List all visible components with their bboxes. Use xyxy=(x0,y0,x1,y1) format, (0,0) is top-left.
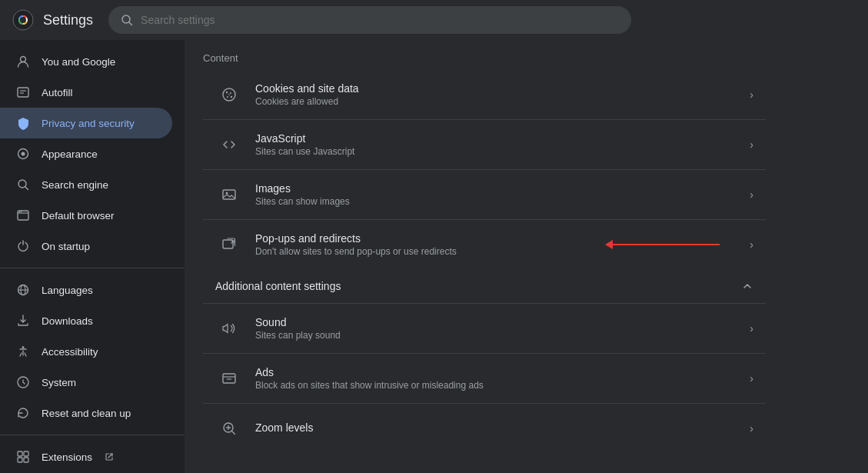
chevron-right-icon: › xyxy=(750,322,753,335)
settings-item-zoom-title: Zoom levels xyxy=(255,421,737,434)
image-icon xyxy=(215,181,243,208)
settings-item-javascript-title: JavaScript xyxy=(255,132,737,145)
settings-item-cookies-text: Cookies and site data Cookies are allowe… xyxy=(255,82,737,107)
settings-item-sound-subtitle: Sites can play sound xyxy=(255,330,737,341)
zoom-icon xyxy=(215,415,243,442)
sidebar-label-privacy-and-security: Privacy and security xyxy=(42,118,135,129)
chrome-logo-icon xyxy=(12,9,34,31)
sidebar-divider-2 xyxy=(0,435,185,435)
settings-item-zoom[interactable]: Zoom levels › xyxy=(203,404,766,453)
content-settings-list: Cookies and site data Cookies are allowe… xyxy=(203,70,766,269)
chevron-up-icon xyxy=(741,280,753,292)
sidebar-item-extensions[interactable]: Extensions xyxy=(0,441,172,472)
sidebar-item-downloads[interactable]: Downloads xyxy=(0,305,172,336)
sidebar-label-you-and-google: You and Google xyxy=(42,56,115,68)
svg-point-31 xyxy=(228,94,230,95)
globe-icon xyxy=(15,282,31,298)
code-icon xyxy=(215,131,243,158)
settings-item-images-subtitle: Sites can show images xyxy=(255,196,737,207)
person-icon xyxy=(15,54,31,69)
chevron-right-icon: › xyxy=(750,188,753,201)
sidebar-item-privacy-and-security[interactable]: Privacy and security xyxy=(0,108,172,138)
search-bar[interactable] xyxy=(108,6,631,34)
red-arrow-annotation xyxy=(605,240,720,249)
svg-line-12 xyxy=(25,187,28,190)
svg-rect-21 xyxy=(18,451,22,456)
shield-icon xyxy=(15,115,31,131)
chevron-right-icon: › xyxy=(750,422,753,435)
sidebar-item-accessibility[interactable]: Accessibility xyxy=(0,336,172,367)
settings-item-popups-text: Pop-ups and redirects Don't allow sites … xyxy=(255,232,622,257)
sidebar-label-on-startup: On startup xyxy=(42,241,90,252)
settings-item-sound-text: Sound Sites can play sound xyxy=(255,316,737,341)
sidebar-divider-1 xyxy=(0,268,185,268)
svg-point-30 xyxy=(231,96,232,98)
svg-rect-35 xyxy=(223,374,235,383)
svg-point-2 xyxy=(20,17,26,23)
reset-icon xyxy=(15,405,31,421)
settings-item-images-title: Images xyxy=(255,182,737,195)
sidebar-item-system[interactable]: System xyxy=(0,367,172,398)
settings-item-ads-text: Ads Block ads on sites that show intrusi… xyxy=(255,366,737,391)
additional-settings-list: Sound Sites can play sound › xyxy=(203,304,766,453)
settings-item-sound[interactable]: Sound Sites can play sound › xyxy=(203,304,766,354)
content-area: Content xyxy=(185,40,868,473)
extensions-external-link-icon xyxy=(105,452,114,461)
sidebar-label-system: System xyxy=(42,377,76,388)
svg-rect-22 xyxy=(24,451,28,456)
chevron-right-icon: › xyxy=(750,372,753,385)
sidebar-label-downloads: Downloads xyxy=(42,315,93,327)
settings-item-images[interactable]: Images Sites can show images › xyxy=(203,170,766,220)
power-icon xyxy=(15,238,31,254)
content-inner: Content xyxy=(185,40,784,471)
svg-point-11 xyxy=(18,180,26,188)
sidebar-label-appearance: Appearance xyxy=(42,148,98,160)
sidebar-item-autofill[interactable]: Autofill xyxy=(0,77,172,108)
settings-item-popups-title: Pop-ups and redirects xyxy=(255,232,622,245)
cookie-icon xyxy=(215,81,243,108)
extensions-icon xyxy=(15,449,31,465)
svg-point-16 xyxy=(21,212,22,213)
sidebar-label-reset-and-clean: Reset and clean up xyxy=(42,408,131,419)
sidebar-item-search-engine[interactable]: Search engine xyxy=(0,169,172,200)
svg-rect-23 xyxy=(18,458,22,462)
sidebar-item-default-browser[interactable]: Default browser xyxy=(0,200,172,231)
header: Settings xyxy=(0,0,868,40)
settings-item-javascript[interactable]: JavaScript Sites can use Javascript › xyxy=(203,120,766,170)
sidebar: You and Google Autofill Privacy and secu… xyxy=(0,40,185,473)
settings-item-cookies[interactable]: Cookies and site data Cookies are allowe… xyxy=(203,70,766,120)
browser-icon xyxy=(15,208,31,223)
svg-line-25 xyxy=(108,454,112,458)
search-engine-icon xyxy=(15,177,31,192)
svg-point-33 xyxy=(226,192,228,195)
appearance-icon xyxy=(15,146,31,162)
settings-item-popups[interactable]: Pop-ups and redirects Don't allow sites … xyxy=(203,220,766,269)
svg-point-20 xyxy=(22,346,25,348)
system-icon xyxy=(15,375,31,390)
popup-icon xyxy=(215,231,243,258)
sidebar-label-default-browser: Default browser xyxy=(42,210,115,222)
sidebar-item-reset-and-clean[interactable]: Reset and clean up xyxy=(0,398,172,428)
settings-item-javascript-subtitle: Sites can use Javascript xyxy=(255,146,737,157)
svg-line-4 xyxy=(129,22,132,25)
svg-line-39 xyxy=(232,431,235,435)
accessibility-icon xyxy=(15,344,31,359)
sidebar-label-accessibility: Accessibility xyxy=(42,346,98,358)
sidebar-item-you-and-google[interactable]: You and Google xyxy=(0,46,172,77)
settings-item-cookies-subtitle: Cookies are allowed xyxy=(255,96,737,107)
sidebar-item-languages[interactable]: Languages xyxy=(0,275,172,305)
search-input[interactable] xyxy=(141,14,619,26)
settings-item-zoom-text: Zoom levels xyxy=(255,421,737,435)
sidebar-label-languages: Languages xyxy=(42,285,93,296)
sidebar-item-appearance[interactable]: Appearance xyxy=(0,138,172,169)
settings-item-ads[interactable]: Ads Block ads on sites that show intrusi… xyxy=(203,354,766,404)
svg-rect-24 xyxy=(24,458,28,462)
sound-icon xyxy=(215,315,243,342)
chevron-right-icon: › xyxy=(750,88,753,101)
additional-content-title: Additional content settings xyxy=(215,280,341,292)
sidebar-item-on-startup[interactable]: On startup xyxy=(0,231,172,261)
svg-point-27 xyxy=(226,92,228,93)
sidebar-label-autofill: Autofill xyxy=(42,87,73,98)
additional-content-settings-header[interactable]: Additional content settings xyxy=(203,269,766,304)
main-layout: You and Google Autofill Privacy and secu… xyxy=(0,40,868,473)
